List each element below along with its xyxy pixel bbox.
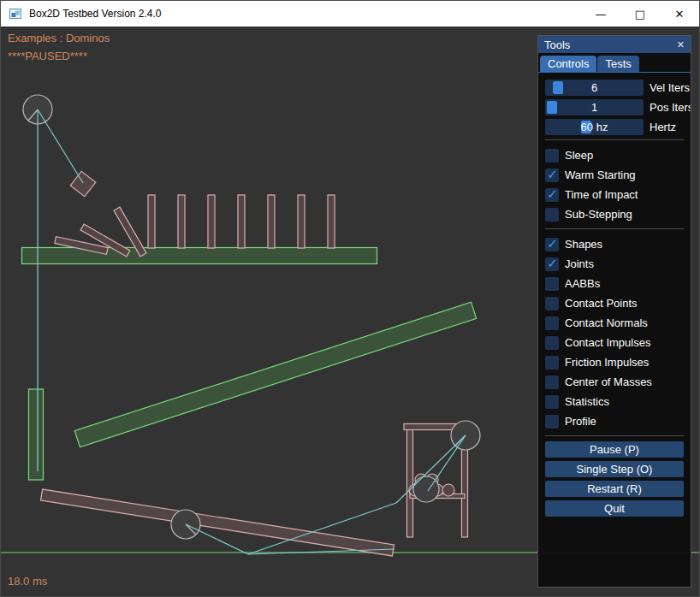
- tab-controls[interactable]: Controls: [540, 56, 596, 72]
- slider-label: Hertz: [650, 121, 676, 133]
- simulation-canvas[interactable]: Examples : Dominos ****PAUSED**** 18.0 m…: [1, 27, 700, 597]
- checkbox-aabbs[interactable]: AABBs: [545, 274, 684, 293]
- checkbox-profile[interactable]: Profile: [545, 411, 684, 431]
- checkbox-box[interactable]: [545, 297, 559, 310]
- slider-value: 60 hz: [545, 119, 644, 135]
- maximize-icon: □: [635, 8, 645, 21]
- checkbox-sub-stepping[interactable]: Sub-Stepping: [545, 204, 684, 224]
- separator: [545, 435, 684, 436]
- checkbox-box[interactable]: [545, 208, 559, 222]
- checkbox-friction-impulses[interactable]: Friction Impulses: [545, 352, 684, 372]
- checkbox-box[interactable]: [545, 395, 559, 409]
- close-button[interactable]: ✕: [660, 1, 699, 27]
- tools-panel-titlebar[interactable]: Tools ✕: [538, 36, 691, 53]
- checkbox-label: Statistics: [565, 395, 609, 408]
- tools-panel: Tools ✕ Controls Tests 6Vel Iters1Pos It…: [537, 35, 691, 588]
- button-stack: Pause (P)Single Step (O)Restart (R)Quit: [545, 441, 684, 517]
- separator: [545, 228, 684, 229]
- slider-track[interactable]: 1: [545, 99, 644, 115]
- joint-line: [38, 109, 83, 183]
- domino: [268, 195, 275, 248]
- checkbox-contact-points[interactable]: Contact Points: [545, 293, 684, 313]
- checkbox-box[interactable]: [545, 415, 559, 429]
- ball: [442, 484, 454, 496]
- separator: [545, 139, 684, 140]
- domino: [148, 195, 155, 248]
- slider-label: Vel Iters: [650, 81, 690, 94]
- tab-tests[interactable]: Tests: [597, 56, 638, 72]
- domino: [178, 195, 185, 248]
- app-window: Box2D Testbed Version 2.4.0 — □ ✕ Exampl…: [0, 0, 700, 597]
- checkbox-box[interactable]: ✓: [545, 188, 559, 202]
- checkbox-label: Joints: [565, 257, 594, 270]
- app-icon: [9, 7, 22, 21]
- checkbox-box[interactable]: [545, 277, 559, 291]
- domino: [208, 195, 215, 248]
- panel-close-icon[interactable]: ✕: [677, 39, 685, 50]
- check-icon: ✓: [546, 236, 559, 251]
- checkbox-label: Profile: [565, 415, 596, 428]
- frame-left-post: [407, 426, 413, 537]
- checkbox-joints[interactable]: ✓Joints: [545, 254, 684, 274]
- slider-vel-iters[interactable]: 6Vel Iters: [545, 80, 684, 96]
- close-icon: ✕: [675, 8, 685, 21]
- example-label: Examples : Dominos: [8, 32, 110, 44]
- check-icon: ✓: [546, 167, 559, 182]
- checkbox-box[interactable]: ✓: [545, 168, 559, 182]
- checkbox-label: Time of Impact: [565, 188, 638, 201]
- checkbox-shapes[interactable]: ✓Shapes: [545, 234, 684, 254]
- checkbox-label: Contact Points: [565, 297, 638, 310]
- checkbox-group-1: Sleep✓Warm Starting✓Time of ImpactSub-St…: [545, 145, 684, 224]
- minimize-button[interactable]: —: [581, 1, 620, 27]
- slider-pos-iters[interactable]: 1Pos Iters: [545, 99, 684, 115]
- window-controls: — □ ✕: [581, 1, 699, 27]
- checkbox-contact-normals[interactable]: Contact Normals: [545, 313, 684, 333]
- checkbox-label: Friction Impulses: [565, 356, 649, 369]
- domino-platform: [22, 248, 377, 264]
- checkbox-group-2: ✓Shapes✓JointsAABBsContact PointsContact…: [545, 234, 684, 431]
- checkbox-label: Sub-Stepping: [565, 208, 632, 221]
- checkbox-box[interactable]: ✓: [545, 238, 559, 251]
- checkbox-box[interactable]: [545, 336, 559, 350]
- checkbox-label: Center of Masses: [565, 375, 652, 388]
- slider-track[interactable]: 6: [545, 80, 644, 96]
- checkbox-statistics[interactable]: Statistics: [545, 392, 684, 411]
- slider-value: 1: [545, 99, 644, 115]
- tools-panel-title: Tools: [544, 38, 570, 51]
- slider-label: Pos Iters: [650, 101, 691, 114]
- checkbox-label: Warm Starting: [565, 168, 636, 181]
- checkbox-label: Shapes: [565, 238, 602, 251]
- maximize-button[interactable]: □: [620, 1, 660, 27]
- checkbox-label: Sleep: [565, 149, 593, 162]
- button-pause-p[interactable]: Pause (P): [545, 441, 684, 458]
- paused-label: ****PAUSED****: [8, 50, 87, 62]
- slider-group: 6Vel Iters1Pos Iters60 hzHertz: [545, 80, 684, 135]
- check-icon: ✓: [546, 256, 559, 271]
- button-single-step-o[interactable]: Single Step (O): [545, 461, 684, 477]
- titlebar[interactable]: Box2D Testbed Version 2.4.0 — □ ✕: [1, 1, 699, 27]
- checkbox-label: Contact Impulses: [565, 336, 650, 349]
- panel-content: 6Vel Iters1Pos Iters60 hzHertz Sleep✓War…: [538, 73, 691, 587]
- checkbox-box[interactable]: [545, 375, 559, 389]
- check-icon: ✓: [546, 186, 559, 202]
- slider-track[interactable]: 60 hz: [545, 119, 644, 135]
- slider-hertz[interactable]: 60 hzHertz: [545, 119, 684, 135]
- button-restart-r[interactable]: Restart (R): [545, 481, 684, 497]
- domino: [328, 195, 335, 248]
- slider-value: 6: [545, 80, 644, 96]
- window-title: Box2D Testbed Version 2.4.0: [29, 8, 162, 20]
- minimize-icon: —: [596, 8, 607, 21]
- checkbox-center-of-masses[interactable]: Center of Masses: [545, 372, 684, 392]
- button-quit[interactable]: Quit: [545, 500, 684, 517]
- checkbox-box[interactable]: [545, 316, 559, 330]
- domino: [298, 195, 305, 248]
- checkbox-label: AABBs: [565, 277, 600, 290]
- checkbox-box[interactable]: ✓: [545, 257, 559, 271]
- checkbox-warm-starting[interactable]: ✓Warm Starting: [545, 165, 684, 185]
- checkbox-time-of-impact[interactable]: ✓Time of Impact: [545, 185, 684, 204]
- checkbox-box[interactable]: [545, 149, 559, 163]
- checkbox-box[interactable]: [545, 356, 559, 369]
- checkbox-contact-impulses[interactable]: Contact Impulses: [545, 333, 684, 352]
- checkbox-sleep[interactable]: Sleep: [545, 145, 684, 165]
- left-pillar: [29, 389, 44, 480]
